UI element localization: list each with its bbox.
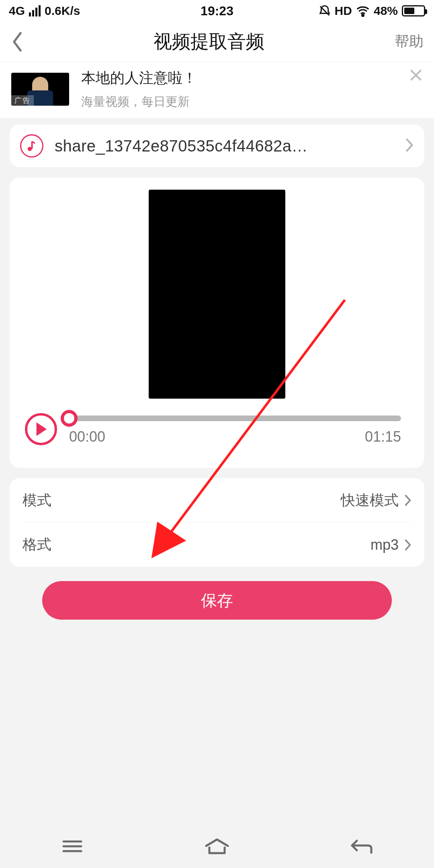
mode-label: 模式 — [23, 491, 51, 510]
battery-icon — [402, 5, 425, 16]
music-note-icon — [20, 134, 43, 158]
file-name: share_13742e870535c4f44682a… — [55, 137, 394, 155]
chevron-right-icon — [404, 539, 411, 551]
mode-value: 快速模式 — [341, 491, 399, 510]
title-bar: 视频提取音频 帮助 — [0, 22, 434, 62]
ad-close-button[interactable] — [407, 67, 424, 84]
format-value: mp3 — [371, 536, 399, 553]
ad-banner[interactable]: 广告 本地的人注意啦！ 海量视频，每日更新 — [0, 62, 434, 118]
current-time: 00:00 — [69, 428, 105, 445]
help-link[interactable]: 帮助 — [379, 32, 424, 51]
video-preview[interactable] — [149, 190, 285, 399]
ad-tag: 广告 — [11, 95, 34, 106]
status-bar: 4G 0.6K/s 19:23 HD 48% — [0, 0, 434, 22]
play-button[interactable] — [25, 413, 57, 445]
nav-back-button[interactable] — [344, 834, 380, 858]
file-card[interactable]: share_13742e870535c4f44682a… — [10, 125, 424, 167]
ad-thumbnail: 广告 — [11, 73, 69, 106]
ad-subtitle: 海量视频，每日更新 — [81, 94, 197, 110]
mode-row[interactable]: 模式 快速模式 — [23, 478, 411, 522]
preview-card: 00:00 01:15 — [10, 178, 424, 468]
data-speed: 0.6K/s — [45, 4, 80, 18]
battery-pct: 48% — [374, 4, 398, 18]
back-button[interactable] — [10, 31, 39, 53]
chevron-right-icon — [405, 138, 414, 154]
save-button[interactable]: 保存 — [42, 581, 392, 620]
svg-point-1 — [362, 14, 364, 16]
svg-point-4 — [28, 147, 32, 151]
nav-menu-button[interactable] — [54, 834, 90, 858]
wifi-icon — [356, 5, 370, 17]
ad-title: 本地的人注意啦！ — [81, 68, 197, 88]
nav-home-button[interactable] — [199, 834, 235, 858]
mute-icon — [319, 5, 331, 17]
page-title: 视频提取音频 — [39, 29, 379, 54]
hd-label: HD — [335, 4, 352, 18]
network-label: 4G — [9, 4, 25, 18]
clock: 19:23 — [201, 4, 233, 18]
signal-icon — [29, 5, 41, 16]
options-card: 模式 快速模式 格式 mp3 — [10, 478, 424, 567]
seek-thumb[interactable] — [61, 410, 78, 427]
chevron-right-icon — [404, 494, 411, 506]
total-time: 01:15 — [365, 428, 401, 445]
format-row[interactable]: 格式 mp3 — [23, 522, 411, 567]
seek-slider[interactable] — [69, 416, 401, 421]
system-nav-bar — [0, 825, 434, 868]
format-label: 格式 — [23, 535, 51, 555]
svg-marker-6 — [37, 422, 47, 436]
